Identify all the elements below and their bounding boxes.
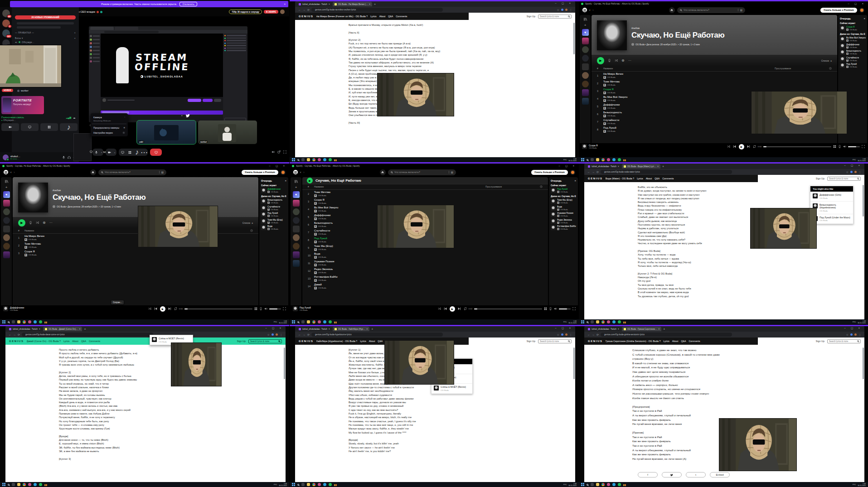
tab-twitch[interactable]: lubitel_shokoladaa - Twitch× <box>297 327 332 331</box>
volume-slider[interactable] <box>848 146 860 147</box>
collapse-chevron-icon[interactable]: ▾ <box>181 114 183 117</box>
spotify-icon[interactable] <box>39 320 42 323</box>
shuffle-icon[interactable] <box>36 221 39 224</box>
spotify-icon[interactable] <box>329 158 332 161</box>
sign-up-button[interactable]: Sign Up <box>816 177 824 180</box>
view-switcher[interactable]: Список≡ <box>242 222 253 224</box>
playlist-cover[interactable] <box>3 200 10 207</box>
server-icon[interactable]: 49 <box>2 10 10 17</box>
related-song[interactable]: Слёзы в МОЁТ (Remix)OG Buda <box>432 384 472 394</box>
liked-songs-cover[interactable]: ♥ <box>293 191 300 198</box>
track-artist[interactable]: OG Buda <box>318 202 326 204</box>
file-explorer-icon[interactable] <box>596 158 599 161</box>
mic-options-chevron[interactable]: ▾ <box>100 149 103 156</box>
genius-nav-tab[interactable]: Comments <box>689 340 700 342</box>
telegram-icon[interactable] <box>612 158 616 161</box>
section-boss[interactable]: Босы ▾+ <box>15 37 76 39</box>
add-to-library-icon[interactable]: ⊕ <box>43 221 46 225</box>
track-row[interactable]: 13 Риттвалфин Бэйби EOG Buda <box>302 275 548 282</box>
queue-item[interactable]: Тоже Мы (Егор)EOG Buda <box>261 219 286 224</box>
previous-icon[interactable] <box>444 307 447 310</box>
window-controls[interactable]: – ▢ × <box>269 164 287 167</box>
window-controls[interactable]: – ▢ × <box>844 164 862 167</box>
chrome-icon[interactable] <box>601 483 605 486</box>
media-app-icon[interactable] <box>28 483 31 486</box>
start-button-icon[interactable] <box>581 158 584 161</box>
queue-item[interactable]: БезысходностьEOG Buda <box>261 199 286 204</box>
nav-back-icon[interactable]: ‹ <box>300 171 301 174</box>
genius-nav-tab[interactable]: Q&A <box>378 340 383 342</box>
volume-icon[interactable] <box>264 307 267 310</box>
subscribe-button[interactable] <box>203 99 213 102</box>
disconnect-icon[interactable] <box>73 116 76 119</box>
track-artist[interactable]: OG Buda <box>318 210 326 212</box>
player-track-artist[interactable]: OG Buda <box>10 309 24 311</box>
queue-item[interactable]: Под ЛунойEOG Buda <box>261 212 286 217</box>
taskbar-search-icon[interactable] <box>8 484 10 486</box>
task-view-icon[interactable] <box>301 158 305 161</box>
forward-icon[interactable]: → <box>303 9 305 11</box>
nav-back-icon[interactable]: ‹ <box>10 171 11 174</box>
playlist-cover[interactable] <box>293 226 300 232</box>
genius-nav-tab[interactable]: About <box>646 177 652 180</box>
home-button[interactable] <box>669 7 675 13</box>
spotify-search-input[interactable]: Что хочешь включить?▤ <box>98 169 166 175</box>
volume-icon[interactable] <box>554 307 557 310</box>
telegram-icon[interactable] <box>323 158 326 161</box>
bookmark-star-icon[interactable]: ☆ <box>557 8 559 11</box>
server-icon[interactable]: 157 <box>2 29 10 37</box>
genius-nav-tab[interactable]: Comments <box>396 15 407 18</box>
chrome-icon[interactable] <box>312 320 315 323</box>
viewer-avatar[interactable] <box>280 10 285 14</box>
media-app-icon[interactable] <box>607 158 610 161</box>
play-pause-button[interactable]: ▶ <box>739 144 744 149</box>
playlist-cover[interactable] <box>3 226 10 232</box>
more-options-icon[interactable]: ⋯ <box>628 59 631 63</box>
track-row[interactable]: 2 Тоже Мечтаю EOG Buda <box>13 241 258 249</box>
bookmark-star-icon[interactable]: ☆ <box>846 170 849 174</box>
track-artist[interactable]: OG Buda <box>29 246 37 248</box>
genius-nav-tab[interactable]: Comments <box>89 340 100 342</box>
activities-grid-button[interactable] <box>126 149 133 156</box>
keyboard-layout[interactable]: РУС <box>274 321 277 323</box>
artist-cover[interactable] <box>582 46 589 53</box>
media-pause-icon[interactable]: ▮▮ <box>334 159 337 161</box>
queue-item[interactable]: Угрюмая ПоэзияEOG Buda <box>551 212 576 217</box>
soundboard-button[interactable]: ♪ <box>133 149 141 156</box>
artist-cover[interactable] <box>293 243 300 250</box>
profile-avatar[interactable] <box>854 171 857 173</box>
tab-genius[interactable]: OG Buda - Гриша Серотонин…× <box>622 327 662 331</box>
file-explorer-icon[interactable] <box>307 483 310 486</box>
window-controls[interactable]: – ▢ × <box>265 327 283 329</box>
taskbar-search-icon[interactable] <box>587 484 588 486</box>
play-button[interactable]: ▶ <box>307 178 313 183</box>
window-controls[interactable]: – ▢ × <box>555 327 573 329</box>
profile-avatar[interactable] <box>565 333 567 336</box>
more-options-icon[interactable]: ⋯ <box>49 221 53 225</box>
mic-icon[interactable] <box>62 156 65 159</box>
spotify-search-input[interactable]: Что хочешь включить?▤ <box>388 169 456 175</box>
related-song[interactable]: Дэфффчонки (Girls)OG Buda <box>810 192 853 202</box>
track-title[interactable]: Риттвалфин Бэйби <box>314 275 337 279</box>
track-title[interactable]: Дэфффчонки <box>603 103 620 106</box>
profile-avatar[interactable] <box>854 333 857 336</box>
mic-button[interactable] <box>92 149 100 156</box>
telegram-icon[interactable] <box>612 320 616 323</box>
profile-avatar[interactable] <box>565 9 567 11</box>
window-controls[interactable]: – ▢ × <box>558 164 577 167</box>
menu-item-camera[interactable]: Камера› <box>92 115 126 120</box>
artist-cover[interactable] <box>3 217 10 224</box>
back-icon[interactable]: ← <box>9 333 11 336</box>
track-row[interactable]: 2 Тоже Мечтаю EOG Buda <box>302 190 548 198</box>
sign-up-button[interactable]: Sign Up <box>816 340 824 342</box>
system-tray[interactable]: РУС 1:0630.11.2025 <box>563 320 577 324</box>
voice-channel-name[interactable]: ● Обсужден… <box>1 119 78 121</box>
track-title[interactable]: Угрюмая Поэзия <box>314 260 334 263</box>
window-controls[interactable]: – ▢ × <box>555 2 573 5</box>
url-field[interactable]: genius.com/Og-buda-hypebourne-lyrics <box>311 333 443 337</box>
screenshare-button[interactable] <box>21 123 39 131</box>
queue-close-icon[interactable]: × <box>863 17 865 20</box>
artist-cover[interactable] <box>582 55 589 62</box>
voice-channel-item[interactable]: Обсужде… <box>15 41 76 43</box>
system-tray[interactable]: РУС 1:0630.11.2025 <box>563 158 577 162</box>
